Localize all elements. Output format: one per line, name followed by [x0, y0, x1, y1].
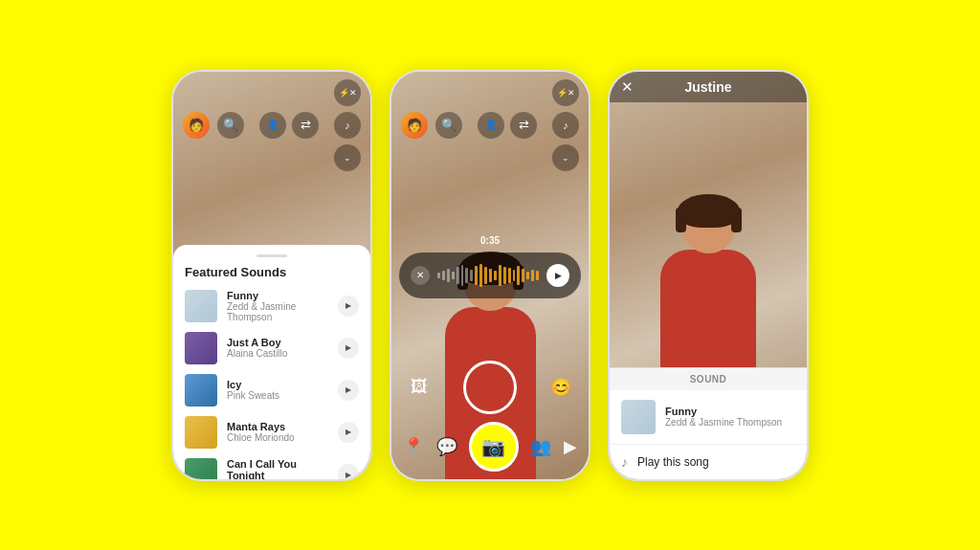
- nav-chat[interactable]: 💬: [436, 436, 457, 457]
- bottom-nav-2: 📍 💬 📷 👥 ▶: [391, 422, 589, 472]
- sound-item-call[interactable]: Can I Call You Tonight Dayglow ▶: [173, 453, 370, 481]
- sound-art-icy: [185, 374, 217, 407]
- play-song-label: Play this song: [637, 455, 709, 469]
- play-btn-manta[interactable]: ▶: [338, 422, 359, 443]
- top-bar-2: 🧑 🔍 👤 ⇄ ⚡✕ ♪ ⌄: [391, 79, 589, 171]
- avatar-2[interactable]: 🧑: [401, 112, 428, 139]
- flip-btn-2[interactable]: ⇄: [510, 112, 537, 139]
- capture-btn-2[interactable]: 📷: [469, 422, 519, 472]
- sound-art-call: [185, 458, 217, 481]
- top-bar-1: 🧑 🔍 👤 ⇄ ⚡✕ ♪ ⌄: [173, 79, 370, 171]
- play-btn-boy[interactable]: ▶: [338, 338, 359, 359]
- sound-item-boy[interactable]: Just A Boy Alaina Castillo ▶: [173, 327, 370, 369]
- sound-art-funny: [185, 290, 217, 322]
- panel-handle: [256, 254, 287, 257]
- avatar-1[interactable]: 🧑: [183, 112, 210, 139]
- camera-icon: 📷: [481, 435, 505, 458]
- sound-item-funny[interactable]: Funny Zedd & Jasmine Thompson ▶: [173, 285, 370, 327]
- sound-artist-icy: Pink Sweats: [227, 390, 328, 401]
- flip-btn-1[interactable]: ⇄: [292, 112, 319, 139]
- nav-friends[interactable]: 👥: [530, 436, 551, 457]
- search-btn-1[interactable]: 🔍: [217, 112, 244, 139]
- sounds-panel: Featured Sounds Funny Zedd & Jasmine Tho…: [173, 245, 370, 479]
- sound-popup-header: SOUND: [610, 367, 807, 390]
- sound-art-boy: [185, 332, 217, 364]
- flash-icon-2[interactable]: ⚡✕: [552, 79, 579, 106]
- search-btn-2[interactable]: 🔍: [435, 112, 462, 139]
- nav-stories[interactable]: ▶: [564, 436, 577, 457]
- nav-location[interactable]: 📍: [403, 436, 424, 457]
- sound-name-boy: Just A Boy: [227, 337, 328, 348]
- flash-icon-1[interactable]: ⚡✕: [334, 79, 361, 106]
- phone-3: ✕ Justine 📷 Reply to Justine 🎤 😊 📋 SOUND…: [608, 70, 809, 481]
- sound-popup-art: [621, 400, 656, 434]
- sound-artist-boy: Alaina Castillo: [227, 348, 328, 359]
- sound-artist-manta: Chloe Moriondo: [227, 432, 328, 443]
- popup-song-title: Funny: [665, 406, 795, 417]
- sound-item-manta[interactable]: Manta Rays Chloe Moriondo ▶: [173, 411, 370, 453]
- emoji-icon[interactable]: 😊: [546, 372, 576, 403]
- play-btn-icy[interactable]: ▶: [338, 380, 359, 401]
- waveform-bar: 0:35 ✕ ▶: [391, 253, 589, 298]
- camera-view-2: 🧑 🔍 👤 ⇄ ⚡✕ ♪ ⌄ 0:35 ✕ ▶ 🖼: [391, 72, 589, 479]
- sound-name-manta: Manta Rays: [227, 421, 328, 432]
- phone-2: 🧑 🔍 👤 ⇄ ⚡✕ ♪ ⌄ 0:35 ✕ ▶ 🖼: [390, 70, 590, 481]
- sound-artist-funny: Zedd & Jasmine Thompson: [227, 301, 328, 322]
- reply-close[interactable]: ✕: [621, 78, 634, 96]
- sound-popup: SOUND Funny Zedd & Jasmine Thompson ♪ Pl…: [610, 367, 807, 479]
- reply-header: ✕ Justine: [610, 72, 807, 102]
- music-note-icon: ♪: [621, 454, 628, 470]
- waveform-time: 0:35: [480, 235, 500, 246]
- phone-1: 🧑 🔍 👤 ⇄ ⚡✕ ♪ ⌄ Featured Sounds Funny Zed…: [171, 70, 372, 481]
- sound-popup-song[interactable]: Funny Zedd & Jasmine Thompson: [610, 390, 807, 445]
- waveform-visual: [437, 262, 539, 289]
- play-btn-call[interactable]: ▶: [338, 464, 359, 481]
- popup-song-artist: Zedd & Jasmine Thompson: [665, 417, 795, 428]
- waveform-play[interactable]: ▶: [546, 264, 569, 287]
- sounds-title: Featured Sounds: [173, 265, 370, 285]
- record-button[interactable]: [463, 361, 517, 414]
- music-icon-1[interactable]: ♪: [334, 112, 361, 139]
- add-friend-btn-1[interactable]: 👤: [259, 112, 286, 139]
- camera-view-3: ✕ Justine 📷 Reply to Justine 🎤 😊 📋 SOUND…: [610, 72, 807, 479]
- chevron-icon-2[interactable]: ⌄: [552, 144, 579, 171]
- add-friend-btn-2[interactable]: 👤: [478, 112, 504, 139]
- sticker-icon[interactable]: 🖼: [404, 372, 434, 403]
- sound-name-icy: Icy: [227, 379, 328, 390]
- sound-art-manta: [185, 416, 217, 449]
- play-btn-funny[interactable]: ▶: [338, 296, 359, 317]
- chevron-icon-1[interactable]: ⌄: [334, 144, 361, 171]
- record-actions: 🖼 😊: [391, 361, 589, 414]
- music-icon-2[interactable]: ♪: [552, 112, 579, 139]
- waveform-close[interactable]: ✕: [411, 266, 430, 285]
- sound-name-call: Can I Call You Tonight: [227, 458, 328, 481]
- play-song-row[interactable]: ♪ Play this song: [610, 445, 807, 479]
- sound-item-icy[interactable]: Icy Pink Sweats ▶: [173, 369, 370, 411]
- sound-name-funny: Funny: [227, 290, 328, 301]
- reply-header-name: Justine: [684, 79, 731, 95]
- waveform-container: 0:35 ✕ ▶: [399, 253, 581, 298]
